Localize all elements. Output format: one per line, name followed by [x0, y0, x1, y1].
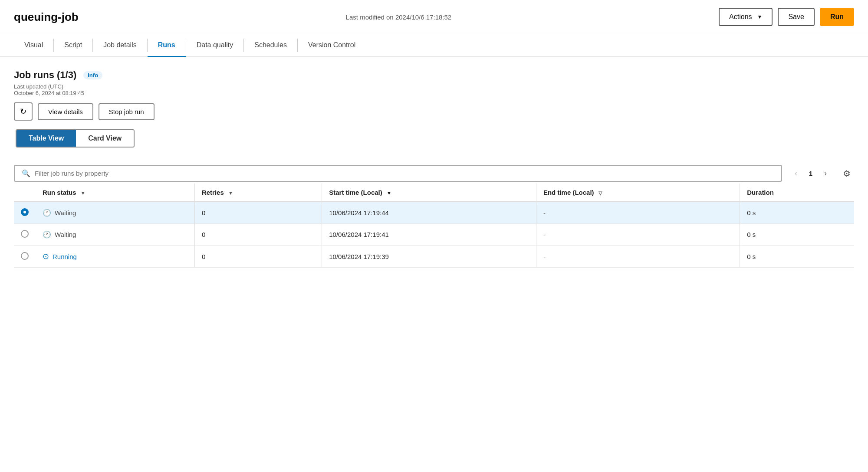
waiting-icon: 🕐: [43, 230, 51, 239]
gear-icon: ⚙: [843, 168, 851, 179]
filter-input[interactable]: [35, 170, 774, 177]
th-retries[interactable]: Retries ▼: [194, 184, 322, 202]
row-duration-0: 0 s: [740, 202, 854, 224]
row-status-0: 🕐Waiting: [36, 202, 194, 224]
row-radio-1[interactable]: [21, 230, 29, 238]
row-status-label-1: Waiting: [55, 231, 76, 238]
view-toggle: Table View Card View: [16, 129, 135, 148]
row-radio-0[interactable]: [21, 208, 29, 216]
waiting-icon: 🕐: [43, 209, 51, 217]
section-title: Job runs (1/3): [14, 69, 76, 81]
table-settings-button[interactable]: ⚙: [839, 166, 854, 181]
table-row[interactable]: ⊙Running010/06/2024 17:19:39-0 s: [14, 246, 854, 268]
tab-data-quality[interactable]: Data quality: [186, 34, 244, 57]
running-icon: ⊙: [43, 252, 49, 261]
prev-page-button[interactable]: ‹: [789, 167, 803, 180]
tab-schedules[interactable]: Schedules: [244, 34, 297, 57]
th-duration-label: Duration: [747, 189, 774, 196]
last-updated: Last updated (UTC) October 6, 2024 at 08…: [14, 83, 854, 96]
page-number: 1: [806, 170, 815, 177]
last-updated-label: Last updated (UTC): [14, 83, 63, 90]
tab-runs[interactable]: Runs: [148, 34, 186, 57]
row-retries-0: 0: [194, 202, 322, 224]
chevron-down-icon: ▼: [757, 14, 763, 20]
card-view-button[interactable]: Card View: [76, 130, 134, 147]
refresh-icon: ↻: [20, 107, 26, 116]
th-end-time[interactable]: End time (Local) ▽: [536, 184, 740, 202]
tab-job-details[interactable]: Job details: [93, 34, 147, 57]
row-duration-1: 0 s: [740, 224, 854, 246]
sort-icon-run-status: ▼: [81, 190, 85, 196]
row-radio-2[interactable]: [21, 252, 29, 260]
row-status-label-2: Running: [53, 253, 77, 260]
row-end-time-0: -: [536, 202, 740, 224]
table-row[interactable]: 🕐Waiting010/06/2024 17:19:41-0 s: [14, 224, 854, 246]
main-content: Job runs (1/3) Info Last updated (UTC) O…: [0, 57, 868, 280]
info-badge[interactable]: Info: [83, 71, 102, 79]
next-page-button[interactable]: ›: [819, 167, 832, 180]
sort-icon-retries: ▼: [228, 190, 233, 196]
search-icon: 🔍: [22, 169, 30, 177]
row-retries-2: 0: [194, 246, 322, 268]
action-row: ↻ View details Stop job run: [14, 102, 854, 121]
save-label: Save: [788, 13, 804, 21]
actions-label: Actions: [729, 13, 752, 21]
tab-version-control[interactable]: Version Control: [298, 34, 366, 57]
save-button[interactable]: Save: [778, 8, 814, 26]
run-label: Run: [830, 13, 844, 21]
job-title: queuing-job: [14, 10, 79, 24]
th-run-status[interactable]: Run status ▼: [36, 184, 194, 202]
header-actions: Actions ▼ Save Run: [719, 8, 854, 26]
row-end-time-1: -: [536, 224, 740, 246]
row-duration-2: 0 s: [740, 246, 854, 268]
filter-pagination-row: 🔍 ‹ 1 › ⚙: [14, 165, 854, 182]
th-retries-label: Retries: [202, 189, 224, 196]
view-details-label: View details: [48, 108, 83, 115]
run-button[interactable]: Run: [820, 8, 854, 26]
last-modified-text: Last modified on 2024/10/6 17:18:52: [89, 13, 708, 21]
tab-script[interactable]: Script: [54, 34, 92, 57]
top-bar: queuing-job Last modified on 2024/10/6 1…: [0, 0, 868, 34]
table-header: Run status ▼ Retries ▼ Start time (Local…: [14, 184, 854, 202]
section-title-combined: Job runs (1/3): [14, 69, 76, 80]
th-run-status-label: Run status: [43, 189, 76, 196]
row-status-1: 🕐Waiting: [36, 224, 194, 246]
th-end-time-label: End time (Local): [543, 189, 594, 196]
sort-icon-start-time: ▼: [387, 190, 391, 196]
stop-job-run-button[interactable]: Stop job run: [99, 103, 155, 120]
row-status-label-0: Waiting: [55, 209, 76, 216]
nav-tabs: Visual Script Job details Runs Data qual…: [0, 34, 868, 57]
stop-job-run-label: Stop job run: [109, 108, 144, 115]
runs-table: Run status ▼ Retries ▼ Start time (Local…: [14, 184, 854, 268]
row-start-time-1: 10/06/2024 17:19:41: [322, 224, 536, 246]
row-retries-1: 0: [194, 224, 322, 246]
tab-visual[interactable]: Visual: [14, 34, 53, 57]
last-updated-value: October 6, 2024 at 08:19:45: [14, 90, 84, 96]
section-header: Job runs (1/3) Info: [14, 69, 854, 81]
th-select: [14, 184, 36, 202]
row-start-time-0: 10/06/2024 17:19:44: [322, 202, 536, 224]
refresh-button[interactable]: ↻: [14, 102, 33, 121]
view-details-button[interactable]: View details: [38, 103, 93, 120]
actions-button[interactable]: Actions ▼: [719, 8, 773, 26]
pagination-row: ‹ 1 ›: [789, 167, 832, 180]
th-start-time-label: Start time (Local): [329, 189, 382, 196]
search-bar: 🔍: [14, 165, 782, 182]
card-view-label: Card View: [88, 134, 122, 142]
table-view-label: Table View: [29, 134, 64, 142]
row-start-time-2: 10/06/2024 17:19:39: [322, 246, 536, 268]
row-end-time-2: -: [536, 246, 740, 268]
th-start-time[interactable]: Start time (Local) ▼: [322, 184, 536, 202]
row-status-2: ⊙Running: [36, 246, 194, 268]
th-duration: Duration: [740, 184, 854, 202]
sort-icon-end-time: ▽: [598, 190, 602, 196]
table-view-button[interactable]: Table View: [16, 130, 76, 147]
table-body: 🕐Waiting010/06/2024 17:19:44-0 s🕐Waiting…: [14, 202, 854, 268]
table-row[interactable]: 🕐Waiting010/06/2024 17:19:44-0 s: [14, 202, 854, 224]
